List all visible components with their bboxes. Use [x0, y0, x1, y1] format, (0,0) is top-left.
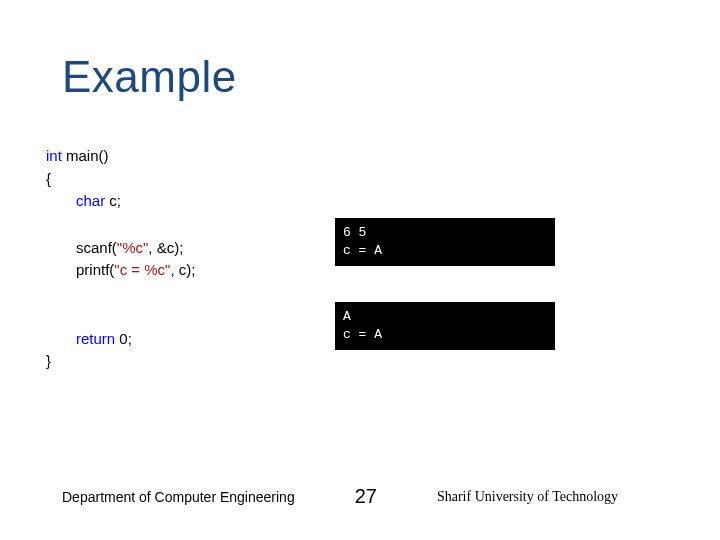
code-text: printf( — [76, 261, 114, 278]
code-text: c; — [105, 192, 121, 209]
slide-footer: Department of Computer Engineering 27 Sh… — [0, 485, 720, 508]
str-fmt2: "c = %c" — [114, 261, 170, 278]
page-number: 27 — [355, 485, 377, 508]
console-row: c = A — [343, 326, 547, 344]
console-output-2: A c = A — [335, 302, 555, 350]
code-line-4: scanf("%c", &c); — [76, 237, 195, 260]
kw-int: int — [46, 147, 62, 164]
code-text: , &c); — [148, 239, 183, 256]
kw-return: return — [76, 330, 115, 347]
code-text: 0; — [115, 330, 132, 347]
footer-university: Sharif University of Technology — [437, 489, 618, 505]
code-line-1: int main() — [46, 145, 195, 168]
str-fmt1: "%c" — [117, 239, 149, 256]
code-text: , c); — [170, 261, 195, 278]
console-row: A — [343, 308, 547, 326]
code-line-6: return 0; — [76, 328, 195, 351]
slide-title: Example — [62, 52, 237, 102]
code-line-2: { — [46, 168, 195, 191]
console-row: c = A — [343, 242, 547, 260]
kw-char: char — [76, 192, 105, 209]
code-text: scanf( — [76, 239, 117, 256]
console-row: 6 5 — [343, 224, 547, 242]
code-line-3: char c; — [76, 190, 195, 213]
footer-department: Department of Computer Engineering — [62, 489, 295, 505]
code-block: int main() { char c; scanf("%c", &c); pr… — [46, 145, 195, 373]
code-line-7: } — [46, 350, 195, 373]
console-output-1: 6 5 c = A — [335, 218, 555, 266]
code-text: main() — [62, 147, 109, 164]
code-line-5: printf("c = %c", c); — [76, 259, 195, 282]
